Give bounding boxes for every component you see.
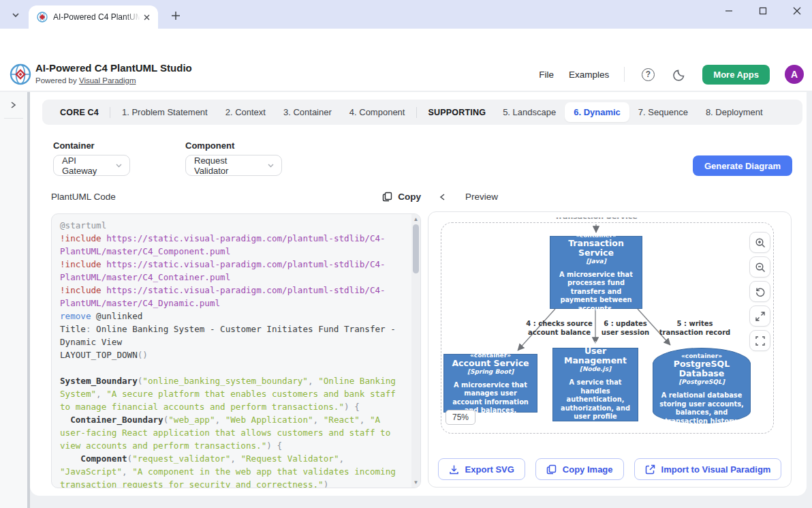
visual-paradigm-link[interactable]: Visual Paradigm bbox=[79, 76, 136, 85]
reset-view-button[interactable] bbox=[749, 281, 770, 302]
chevron-down-icon bbox=[267, 162, 275, 169]
tab-close-icon[interactable] bbox=[140, 11, 153, 23]
tabs-divider bbox=[110, 107, 110, 118]
zoom-in-button[interactable] bbox=[749, 232, 770, 253]
sidebar-expand-button[interactable] bbox=[8, 100, 18, 110]
node-name: Transaction Service bbox=[555, 239, 638, 258]
fullscreen-button[interactable] bbox=[749, 330, 770, 351]
browser-toolbar: ai-toolbox.visual-paradigm.com/app/ai-po… bbox=[0, 29, 812, 57]
copy-icon bbox=[546, 464, 557, 475]
site-favicon bbox=[37, 12, 48, 23]
node-tech: [Spring Boot] bbox=[448, 368, 533, 375]
chevron-left-icon bbox=[438, 192, 448, 202]
plantuml-code-editor[interactable]: @startuml!include https://static.visual-… bbox=[51, 213, 421, 488]
tab-problem-statement[interactable]: 1. Problem Statement bbox=[113, 102, 217, 122]
page-title: AI-Powered C4 PlantUML Studio bbox=[35, 62, 192, 74]
tab-landscape[interactable]: 5. Landscape bbox=[494, 102, 565, 122]
tab-component[interactable]: 4. Component bbox=[341, 102, 414, 122]
node-description: A relational database storing user accou… bbox=[657, 391, 746, 425]
header-divider bbox=[624, 67, 625, 82]
container-label: Container bbox=[53, 140, 95, 151]
tab-container[interactable]: 3. Container bbox=[275, 102, 341, 122]
new-tab-button[interactable] bbox=[168, 8, 184, 24]
tab-deployment[interactable]: 8. Deployment bbox=[697, 102, 772, 122]
node-name: PostgreSQL Database bbox=[657, 359, 746, 378]
node-postgresql-database: «container» PostgreSQL Database [Postgre… bbox=[653, 348, 751, 423]
scrollbar-thumb[interactable] bbox=[413, 224, 419, 273]
chevron-down-icon bbox=[115, 162, 123, 169]
code-content[interactable]: @startuml!include https://static.visual-… bbox=[52, 214, 411, 488]
node-tech: [PostgreSQL] bbox=[657, 378, 746, 385]
component-label: Component bbox=[185, 140, 234, 151]
copy-code-button[interactable]: Copy bbox=[382, 192, 421, 202]
external-link-icon bbox=[645, 464, 655, 475]
tab-context[interactable]: 2. Context bbox=[217, 102, 275, 122]
plus-icon bbox=[171, 11, 181, 20]
preview-panel-title: Preview bbox=[465, 192, 498, 202]
powered-by: Powered by Visual Paradigm bbox=[35, 76, 136, 85]
fit-screen-button[interactable] bbox=[749, 305, 770, 327]
zoom-out-icon bbox=[755, 262, 766, 273]
main-content-card: CORE C4 1. Problem Statement 2. Context … bbox=[30, 92, 807, 496]
expand-arrows-icon bbox=[755, 311, 766, 322]
component-select-value: Request Validator bbox=[194, 155, 260, 176]
tabs-divider bbox=[416, 107, 417, 118]
more-apps-button[interactable]: More Apps bbox=[702, 65, 770, 85]
examples-menu[interactable]: Examples bbox=[569, 70, 609, 80]
component-select[interactable]: Request Validator bbox=[185, 155, 282, 176]
edge-label-5: 5 : writes transaction record bbox=[659, 320, 731, 337]
code-scrollbar[interactable]: ▲ ▼ bbox=[411, 214, 420, 488]
node-account-service: «container» Account Service [Spring Boot… bbox=[443, 354, 537, 413]
powered-by-text: Powered by bbox=[35, 76, 79, 85]
page-body: CORE C4 1. Problem Statement 2. Context … bbox=[0, 92, 812, 508]
node-tech: [Node.js] bbox=[557, 365, 634, 372]
diagram-canvas[interactable]: Transaction Service «container» Tra bbox=[434, 218, 785, 451]
node-stereotype: «container» bbox=[448, 352, 533, 359]
node-description: A service that handles authentication, a… bbox=[557, 378, 634, 430]
help-button[interactable]: ? bbox=[640, 66, 656, 83]
export-svg-button[interactable]: Export SVG bbox=[438, 458, 525, 480]
preview-card: Transaction Service «container» Tra bbox=[428, 211, 792, 488]
import-to-visual-paradigm-button[interactable]: Import to Visual Paradigm bbox=[634, 458, 782, 480]
copy-label: Copy bbox=[398, 192, 421, 202]
node-name: User Management bbox=[557, 346, 634, 365]
edge-label-4: 4 : checks source account balance bbox=[525, 320, 594, 337]
window-minimize-button[interactable] bbox=[722, 4, 736, 18]
browser-tab[interactable]: AI-Powered C4 PlantUML Studio bbox=[29, 5, 158, 29]
tab-search-button[interactable] bbox=[7, 6, 25, 24]
sidebar-divider bbox=[4, 118, 23, 119]
user-avatar[interactable]: A bbox=[785, 65, 804, 84]
export-svg-label: Export SVG bbox=[465, 464, 514, 475]
generate-diagram-button[interactable]: Generate Diagram bbox=[693, 155, 792, 176]
node-user-management: «container» User Management [Node.js] A … bbox=[552, 348, 638, 421]
download-icon bbox=[449, 464, 459, 475]
file-menu[interactable]: File bbox=[539, 70, 554, 80]
container-select-value: API Gateway bbox=[62, 155, 108, 176]
node-transaction-service: «container» Transaction Service [Java] A… bbox=[550, 236, 642, 309]
node-tech: [Java] bbox=[555, 258, 638, 265]
app-header: AI-Powered C4 PlantUML Studio Powered by… bbox=[0, 57, 812, 91]
dark-mode-button[interactable] bbox=[671, 66, 687, 83]
moon-icon bbox=[673, 68, 686, 81]
step-tabs-bar: CORE C4 1. Problem Statement 2. Context … bbox=[42, 100, 802, 125]
node-name: Account Service bbox=[448, 359, 533, 368]
fullscreen-brackets-icon bbox=[755, 335, 766, 346]
tab-sequence[interactable]: 7. Sequence bbox=[629, 102, 697, 122]
container-select[interactable]: API Gateway bbox=[53, 155, 130, 176]
window-maximize-button[interactable] bbox=[756, 4, 770, 18]
collapse-preview-button[interactable] bbox=[438, 192, 448, 202]
supporting-section-label: SUPPORTING bbox=[420, 108, 494, 117]
scroll-up-icon[interactable]: ▲ bbox=[411, 215, 420, 224]
chevron-right-icon bbox=[8, 100, 18, 110]
copy-icon bbox=[382, 192, 392, 202]
zoom-out-button[interactable] bbox=[749, 256, 770, 278]
zoom-level-badge: 75% bbox=[446, 410, 475, 425]
tab-dynamic[interactable]: 6. Dynamic bbox=[565, 102, 629, 122]
browser-tabstrip: AI-Powered C4 PlantUML Studio bbox=[0, 0, 812, 29]
collapsed-sidebar bbox=[0, 92, 27, 508]
scroll-down-icon[interactable]: ▼ bbox=[411, 478, 420, 487]
copy-image-button[interactable]: Copy Image bbox=[535, 458, 624, 480]
code-panel-title: PlantUML Code bbox=[51, 192, 116, 202]
visual-paradigm-logo bbox=[10, 63, 31, 85]
window-close-button[interactable] bbox=[790, 4, 804, 18]
